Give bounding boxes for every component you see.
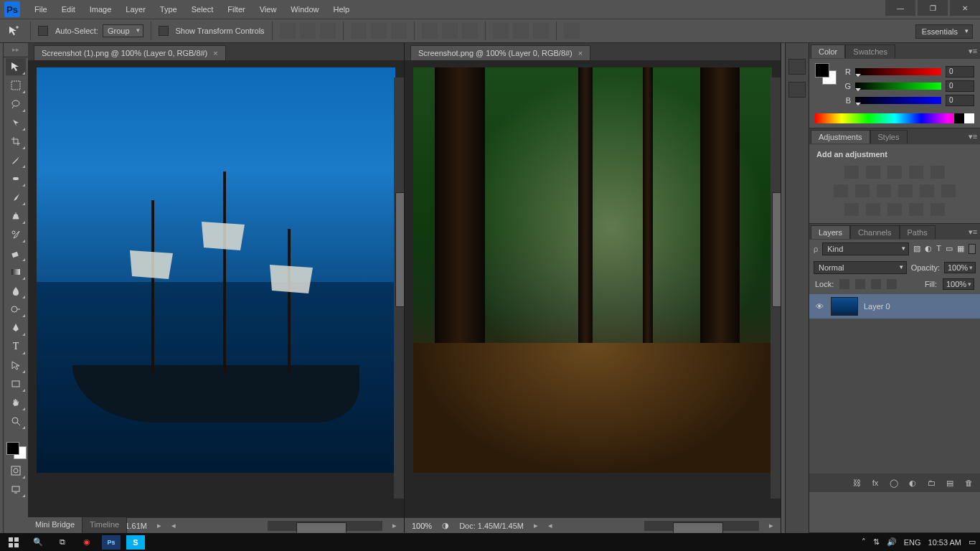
panel-menu-icon[interactable]: ▾≡ bbox=[966, 132, 980, 141]
adj-gradient-map-icon[interactable] bbox=[909, 203, 923, 216]
distribute-bottom-icon[interactable] bbox=[462, 23, 478, 39]
b-value[interactable]: 0 bbox=[946, 95, 974, 106]
zoom-tool[interactable] bbox=[6, 413, 26, 430]
new-layer-icon[interactable]: ▤ bbox=[944, 477, 956, 489]
eraser-tool[interactable] bbox=[6, 245, 26, 262]
close-tab-icon[interactable]: × bbox=[213, 49, 217, 57]
close-button[interactable]: ✕ bbox=[950, 0, 980, 16]
eyedropper-tool[interactable] bbox=[6, 151, 26, 169]
adj-posterize-icon[interactable] bbox=[866, 203, 880, 216]
distribute-left-icon[interactable] bbox=[493, 23, 509, 39]
adj-exposure-icon[interactable] bbox=[909, 166, 923, 179]
lock-position-icon[interactable] bbox=[871, 279, 881, 289]
pen-tool[interactable] bbox=[6, 319, 26, 336]
lock-pixels-icon[interactable] bbox=[855, 279, 865, 289]
fill-input[interactable]: 100% bbox=[943, 278, 974, 290]
align-right-icon[interactable] bbox=[391, 23, 407, 39]
layer-filter-kind[interactable]: Kind bbox=[822, 242, 909, 255]
adj-levels-icon[interactable] bbox=[866, 166, 880, 179]
properties-panel-icon[interactable] bbox=[788, 82, 806, 98]
visibility-toggle-icon[interactable]: 👁 bbox=[814, 302, 825, 311]
vertical-scrollbar[interactable] bbox=[394, 77, 404, 499]
search-icon[interactable]: 🔍 bbox=[29, 535, 47, 550]
filter-type-icon[interactable]: T bbox=[936, 244, 941, 254]
layer-name[interactable]: Layer 0 bbox=[864, 302, 890, 311]
minimize-button[interactable]: — bbox=[885, 0, 915, 16]
rectangle-tool[interactable] bbox=[6, 375, 26, 392]
menu-help[interactable]: Help bbox=[326, 2, 357, 17]
opacity-input[interactable]: 100% bbox=[944, 262, 976, 273]
menu-layer[interactable]: Layer bbox=[118, 2, 153, 17]
g-value[interactable]: 0 bbox=[946, 80, 974, 92]
link-layers-icon[interactable]: ⛓ bbox=[851, 477, 862, 489]
horizontal-scrollbar[interactable] bbox=[268, 521, 382, 531]
delete-layer-icon[interactable]: 🗑 bbox=[963, 477, 974, 489]
show-transform-checkbox[interactable] bbox=[159, 26, 169, 36]
hscroll-left-icon[interactable]: ◂ bbox=[548, 521, 552, 530]
menu-filter[interactable]: Filter bbox=[220, 2, 252, 17]
r-slider[interactable] bbox=[855, 68, 941, 75]
adj-curves-icon[interactable] bbox=[887, 166, 902, 179]
color-spectrum[interactable] bbox=[815, 113, 974, 123]
panel-color-swatch[interactable] bbox=[815, 63, 837, 85]
tab-adjustments[interactable]: Adjustments bbox=[811, 130, 870, 143]
history-panel-icon[interactable] bbox=[788, 59, 806, 75]
adj-channel-mixer-icon[interactable] bbox=[920, 184, 934, 197]
filter-adjust-icon[interactable]: ◐ bbox=[925, 244, 932, 254]
align-top-icon[interactable] bbox=[280, 23, 296, 39]
vertical-scrollbar[interactable] bbox=[771, 77, 781, 499]
tray-expand-icon[interactable]: ˄ bbox=[862, 537, 866, 547]
task-view-icon[interactable]: ⧉ bbox=[53, 535, 72, 550]
doc-tab-1[interactable]: Screenshot (1).png @ 100% (Layer 0, RGB/… bbox=[34, 45, 226, 60]
adj-hue-icon[interactable] bbox=[834, 184, 848, 197]
adjustment-layer-icon[interactable]: ◐ bbox=[907, 477, 918, 489]
adj-invert-icon[interactable] bbox=[844, 203, 859, 216]
taskbar-skype-icon[interactable]: S bbox=[126, 535, 145, 550]
g-slider[interactable] bbox=[855, 83, 941, 90]
close-tab-icon[interactable]: × bbox=[578, 49, 583, 57]
layer-item[interactable]: 👁 Layer 0 bbox=[809, 294, 980, 319]
distribute-top-icon[interactable] bbox=[422, 23, 438, 39]
blend-mode-dropdown[interactable]: Normal bbox=[814, 261, 907, 274]
quick-mask-tool[interactable] bbox=[6, 462, 26, 479]
start-button[interactable] bbox=[4, 535, 23, 550]
adj-photo-filter-icon[interactable] bbox=[898, 184, 913, 197]
tab-mini-bridge[interactable]: Mini Bridge bbox=[28, 517, 83, 533]
filter-shape-icon[interactable]: ▭ bbox=[946, 244, 953, 254]
group-icon[interactable]: 🗀 bbox=[925, 477, 937, 489]
menu-file[interactable]: File bbox=[27, 2, 55, 17]
align-bottom-icon[interactable] bbox=[320, 23, 336, 39]
tab-color[interactable]: Color bbox=[811, 44, 845, 58]
filter-smart-icon[interactable]: ▦ bbox=[957, 244, 964, 254]
adj-vibrance-icon[interactable] bbox=[930, 166, 945, 179]
doc-info-icon[interactable]: ◑ bbox=[442, 521, 449, 530]
tab-layers[interactable]: Layers bbox=[811, 225, 850, 239]
menu-edit[interactable]: Edit bbox=[55, 2, 83, 17]
collapse-tools-icon[interactable]: ▸▸ bbox=[4, 46, 28, 57]
lock-transparent-icon[interactable] bbox=[839, 279, 849, 289]
panel-menu-icon[interactable]: ▾≡ bbox=[966, 47, 980, 56]
quick-select-tool[interactable] bbox=[6, 114, 26, 131]
align-left-icon[interactable] bbox=[351, 23, 367, 39]
tab-channels[interactable]: Channels bbox=[850, 225, 899, 239]
taskbar-photoshop-icon[interactable]: Ps bbox=[102, 535, 121, 550]
hscroll-right-icon[interactable]: ▸ bbox=[392, 521, 397, 530]
doc-info-menu-icon[interactable]: ▸ bbox=[157, 521, 161, 530]
mask-icon[interactable]: ◯ bbox=[888, 477, 900, 489]
adj-lookup-icon[interactable] bbox=[941, 184, 956, 197]
distribute-vcenter-icon[interactable] bbox=[442, 23, 458, 39]
maximize-button[interactable]: ❐ bbox=[918, 0, 948, 16]
menu-view[interactable]: View bbox=[253, 2, 284, 17]
r-value[interactable]: 0 bbox=[946, 66, 974, 77]
tab-timeline[interactable]: Timeline bbox=[83, 517, 127, 533]
dodge-tool[interactable] bbox=[6, 301, 26, 318]
adj-balance-icon[interactable] bbox=[855, 184, 870, 197]
tray-volume-icon[interactable]: 🔊 bbox=[887, 537, 897, 547]
layer-thumbnail[interactable] bbox=[831, 297, 858, 316]
distribute-right-icon[interactable] bbox=[533, 23, 549, 39]
adj-brightness-icon[interactable] bbox=[844, 166, 859, 179]
adj-bw-icon[interactable] bbox=[877, 184, 891, 197]
auto-select-checkbox[interactable] bbox=[38, 26, 48, 36]
screen-mode-tool[interactable] bbox=[6, 481, 26, 498]
doc-info-menu-icon[interactable]: ▸ bbox=[534, 521, 538, 530]
